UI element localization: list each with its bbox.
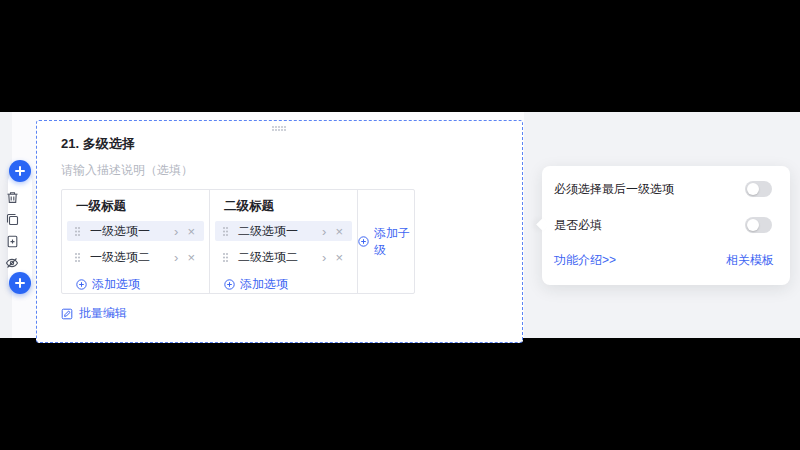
card-links-row: 功能介绍>> 相关模板 [554,252,774,269]
add-question-above-button[interactable] [9,160,31,182]
setting-row-must-select-last: 必须选择最后一级选项 [554,181,772,197]
option-row-level2-2[interactable]: 二级选项二 › × [215,247,352,267]
save-as-template-button[interactable] [3,232,21,250]
row-drag-handle-icon[interactable] [75,253,77,255]
option-label[interactable]: 二级选项二 [238,249,322,266]
copy-question-button[interactable] [3,210,21,228]
option-label[interactable]: 二级选项一 [238,223,322,240]
document-plus-icon [6,235,19,248]
level2-header[interactable]: 二级标题 [214,197,353,215]
copy-icon [6,213,19,226]
level2-column: 二级标题 二级选项一 › × 二级选项二 › × 添加选 [209,190,357,293]
remove-option-icon[interactable]: × [335,225,343,238]
letterbox-top [0,0,800,112]
expand-chevron-icon[interactable]: › [174,251,178,264]
add-option-level2-button[interactable]: 添加选项 [224,276,288,293]
add-option-level1-button[interactable]: 添加选项 [76,276,140,293]
feature-intro-link[interactable]: 功能介绍>> [554,252,616,269]
toggle-must-select-last[interactable] [745,181,772,197]
circle-plus-icon [358,236,369,247]
add-child-column: 添加子级 [357,190,414,293]
trash-icon [6,191,19,204]
row-drag-handle-icon[interactable] [223,227,225,229]
delete-question-button[interactable] [3,188,21,206]
row-drag-handle-icon[interactable] [223,253,225,255]
option-row-level1-2[interactable]: 一级选项二 › × [67,247,204,267]
toggle-knob [747,183,759,195]
expand-chevron-icon[interactable]: › [322,225,326,238]
remove-option-icon[interactable]: × [187,225,195,238]
hide-question-button[interactable] [3,254,21,272]
option-row-level1-1[interactable]: 一级选项一 › × [67,221,204,241]
level1-header[interactable]: 一级标题 [66,197,205,215]
circle-plus-icon [224,279,235,290]
row-drag-handle-icon[interactable] [75,227,77,229]
panel-drag-handle-icon[interactable] [272,126,274,128]
editor-content-area: 21. 多级选择 请输入描述说明（选填） 一级标题 一级选项一 › × 一级选项… [0,112,800,338]
question-panel[interactable]: 21. 多级选择 请输入描述说明（选填） 一级标题 一级选项一 › × 一级选项… [36,120,523,343]
toggle-required[interactable] [745,217,772,233]
batch-edit-icon [61,308,73,320]
setting-label: 必须选择最后一级选项 [554,181,674,198]
expand-chevron-icon[interactable]: › [174,225,178,238]
level1-column: 一级标题 一级选项一 › × 一级选项二 › × 添加选 [62,190,209,293]
card-arrow-tail [536,218,549,231]
option-row-level2-1[interactable]: 二级选项一 › × [215,221,352,241]
batch-edit-label: 批量编辑 [79,305,127,322]
add-child-label: 添加子级 [374,225,414,259]
options-table: 一级标题 一级选项一 › × 一级选项二 › × 添加选 [61,189,415,294]
eye-off-icon [5,256,19,270]
batch-edit-button[interactable]: 批量编辑 [61,305,127,322]
add-option-label: 添加选项 [92,276,140,293]
related-templates-link[interactable]: 相关模板 [726,252,774,269]
setting-label: 是否必填 [554,217,602,234]
add-question-below-button[interactable] [9,272,31,294]
remove-option-icon[interactable]: × [335,251,343,264]
add-option-label: 添加选项 [240,276,288,293]
add-child-level-button[interactable]: 添加子级 [358,225,414,259]
setting-row-required: 是否必填 [554,217,772,233]
remove-option-icon[interactable]: × [187,251,195,264]
letterbox-bottom [0,338,800,450]
question-settings-card: 必须选择最后一级选项 是否必填 功能介绍>> 相关模板 [542,166,790,285]
option-label[interactable]: 一级选项二 [90,249,174,266]
toggle-knob [747,219,759,231]
expand-chevron-icon[interactable]: › [322,251,326,264]
question-title[interactable]: 21. 多级选择 [61,135,135,153]
question-description-placeholder[interactable]: 请输入描述说明（选填） [61,162,193,179]
circle-plus-icon [76,279,87,290]
option-label[interactable]: 一级选项一 [90,223,174,240]
